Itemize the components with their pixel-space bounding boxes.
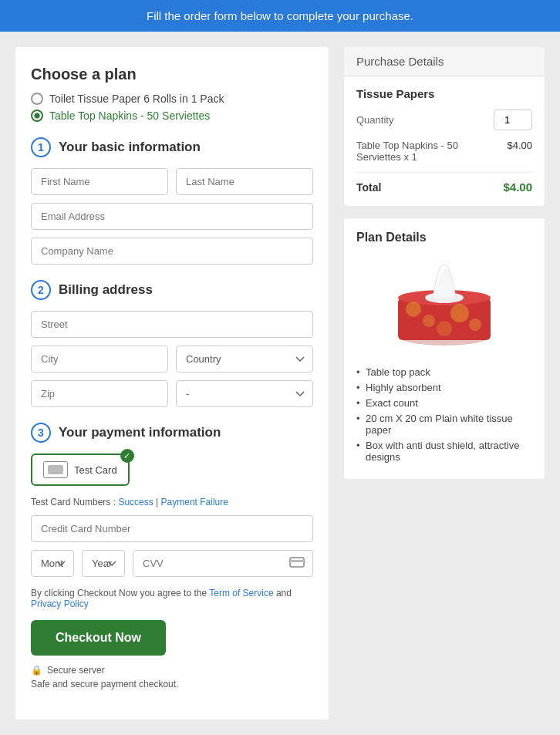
state-select[interactable]: - xyxy=(176,380,313,407)
plan-option-1[interactable]: Toilet Tissue Paper 6 Rolls in 1 Pack xyxy=(31,93,313,105)
test-card-numbers: Test Card Numbers : Success | Payment Fa… xyxy=(31,497,313,507)
svg-point-5 xyxy=(406,302,421,317)
zip-input[interactable] xyxy=(31,380,168,407)
safe-text: Safe and secure payment checkout. xyxy=(31,679,313,689)
left-panel: Choose a plan Toilet Tissue Paper 6 Roll… xyxy=(15,47,329,720)
tissue-box-image xyxy=(356,255,532,356)
test-card-prefix: Test Card Numbers : xyxy=(31,497,118,507)
failure-link[interactable]: Payment Failure xyxy=(161,497,228,507)
cvv-input[interactable] xyxy=(133,551,282,576)
svg-rect-1 xyxy=(290,560,304,562)
svg-point-7 xyxy=(450,304,469,322)
right-panel: Purchase Details Tissue Papers Quantity … xyxy=(344,47,545,720)
basic-info-title: Your basic information xyxy=(59,140,201,155)
plan-label-1: Toilet Tissue Paper 6 Rolls in 1 Pack xyxy=(49,93,224,105)
name-row xyxy=(31,168,313,195)
street-input[interactable] xyxy=(31,311,313,338)
svg-point-8 xyxy=(469,319,481,331)
secure-server: 🔒 Secure server xyxy=(31,665,313,676)
choose-plan-title: Choose a plan xyxy=(31,66,313,83)
zip-state-row: - xyxy=(31,380,313,407)
plan-option-2[interactable]: Table Top Napkins - 50 Serviettes xyxy=(31,110,313,122)
section-number-3: 3 xyxy=(31,423,51,443)
total-row: Total $4.00 xyxy=(356,172,532,194)
checkout-button[interactable]: Checkout Now xyxy=(31,620,166,656)
first-name-input[interactable] xyxy=(31,168,168,195)
success-link[interactable]: Success xyxy=(118,497,153,507)
cvv-wrapper xyxy=(133,550,313,577)
svg-point-9 xyxy=(437,321,452,336)
terms-link[interactable]: Term of Service xyxy=(209,588,273,598)
cvv-row: Month Year xyxy=(31,550,313,577)
basic-info-header: 1 Your basic information xyxy=(31,137,313,157)
item-name: Table Top Napkins - 50 Serviettes x 1 xyxy=(356,140,507,163)
purchase-details-title: Purchase Details xyxy=(344,47,545,76)
billing-header: 2 Billing address xyxy=(31,280,313,300)
section-number-2: 2 xyxy=(31,280,51,300)
cvv-card-icon xyxy=(282,557,312,571)
product-title: Tissue Papers xyxy=(356,87,532,100)
radio-selected-2[interactable] xyxy=(31,110,43,122)
top-banner: Fill the order form below to complete yo… xyxy=(0,0,560,32)
card-icon xyxy=(43,461,68,478)
list-item: Highly absorbent xyxy=(356,382,532,393)
secure-label: Secure server xyxy=(47,665,105,676)
list-item: Exact count xyxy=(356,397,532,409)
privacy-link[interactable]: Privacy Policy xyxy=(31,598,89,609)
month-select[interactable]: Month xyxy=(31,550,74,577)
street-row xyxy=(31,311,313,338)
test-card-separator: | xyxy=(153,497,161,507)
plan-label-2: Table Top Napkins - 50 Serviettes xyxy=(49,110,210,122)
payment-header: 3 Your payment information xyxy=(31,423,313,443)
choose-plan-section: Choose a plan Toilet Tissue Paper 6 Roll… xyxy=(31,66,313,122)
item-row: Table Top Napkins - 50 Serviettes x 1 $4… xyxy=(356,140,532,163)
last-name-input[interactable] xyxy=(176,168,313,195)
svg-point-6 xyxy=(423,315,435,327)
card-check-icon: ✓ xyxy=(120,449,134,463)
terms-text: By clicking Checkout Now you agree to th… xyxy=(31,588,313,609)
cc-row xyxy=(31,515,313,542)
list-item: Box with anti dust shield, attractive de… xyxy=(356,440,532,463)
credit-card-input[interactable] xyxy=(31,515,313,542)
page-wrapper: Fill the order form below to complete yo… xyxy=(0,0,560,735)
city-input[interactable] xyxy=(31,346,168,373)
quantity-row: Quantity xyxy=(356,110,532,130)
total-price: $4.00 xyxy=(503,180,532,194)
main-content: Choose a plan Toilet Tissue Paper 6 Roll… xyxy=(0,32,560,735)
quantity-label: Quantity xyxy=(356,114,393,126)
city-country-row: Country xyxy=(31,346,313,373)
test-card-label: Test Card xyxy=(74,464,117,476)
banner-text: Fill the order form below to complete yo… xyxy=(147,9,413,22)
radio-unselected-1[interactable] xyxy=(31,93,43,105)
company-input[interactable] xyxy=(31,238,313,265)
list-item: Table top pack xyxy=(356,366,532,378)
company-row xyxy=(31,238,313,265)
purchase-details-box: Purchase Details Tissue Papers Quantity … xyxy=(344,47,545,206)
country-select[interactable]: Country xyxy=(176,346,313,373)
total-label: Total xyxy=(356,181,381,194)
list-item: 20 cm X 20 cm Plain white tissue paper xyxy=(356,413,532,436)
email-input[interactable] xyxy=(31,203,313,230)
item-price: $4.00 xyxy=(507,140,532,151)
plan-details-box: Plan Details xyxy=(344,218,545,479)
billing-title: Billing address xyxy=(59,282,153,298)
quantity-input[interactable] xyxy=(494,110,532,130)
payment-title: Your payment information xyxy=(59,425,221,440)
plan-features: Table top packHighly absorbentExact coun… xyxy=(356,366,532,463)
lock-icon: 🔒 xyxy=(31,665,42,676)
email-row xyxy=(31,203,313,230)
plan-details-title: Plan Details xyxy=(356,231,532,244)
year-select[interactable]: Year xyxy=(82,550,125,577)
terms-text-1: By clicking Checkout Now you agree to th… xyxy=(31,588,209,598)
terms-text-2: and xyxy=(274,588,292,598)
test-card-option[interactable]: ✓ Test Card xyxy=(31,453,130,486)
section-number-1: 1 xyxy=(31,137,51,157)
card-icon-inner xyxy=(48,465,63,474)
